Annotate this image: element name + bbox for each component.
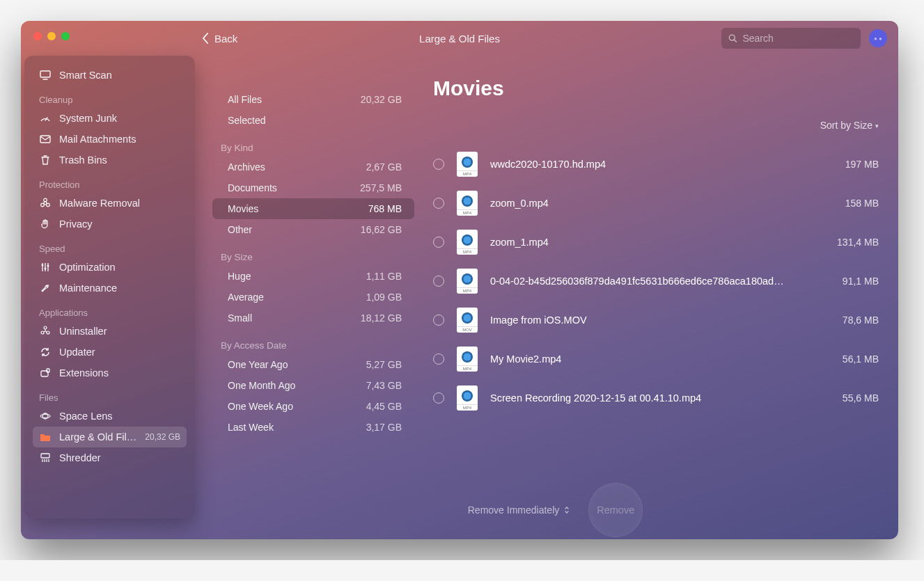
svg-line-1 [734,40,736,42]
sidebar-item-mail-attachments[interactable]: Mail Attachments [33,129,187,150]
file-row[interactable]: MP4Screen Recording 2020-12-15 at 00.41.… [433,379,879,417]
search-input[interactable] [742,33,854,44]
filter-item-last-week[interactable]: Last Week3,17 GB [212,417,414,438]
filter-item-average[interactable]: Average1,09 GB [212,287,414,308]
file-name: wwdc2020-10170.hd.mp4 [490,159,833,170]
sidebar-item-label: Shredder [59,452,101,463]
sliders-icon [39,261,52,273]
refresh-icon [39,346,52,358]
sort-label: Sort by Size [820,120,872,131]
file-row[interactable]: MP4My Movie2.mp456,1 MB [433,340,879,379]
filter-item-one-year[interactable]: One Year Ago5,27 GB [212,354,414,375]
sidebar-item-trash-bins[interactable]: Trash Bins [33,150,187,170]
svg-point-9 [47,203,50,207]
sidebar-item-maintenance[interactable]: Maintenance [33,278,187,299]
svg-point-7 [44,198,47,202]
file-checkbox[interactable] [433,353,444,365]
file-size: 78,6 MB [843,315,879,326]
updown-chevron-icon [563,506,570,514]
file-size: 197 MB [845,159,879,170]
gauge-icon [39,112,52,125]
file-checkbox[interactable] [433,237,444,248]
envelope-icon [39,133,52,145]
search-field[interactable] [721,28,861,49]
filter-item-one-month[interactable]: One Month Ago7,43 GB [212,375,414,396]
sidebar-section-speed: Speed [33,234,187,257]
sidebar-item-system-junk[interactable]: System Junk [33,108,187,129]
sidebar-item-shredder[interactable]: Shredder [33,447,187,468]
sidebar-item-label: Extensions [59,367,109,379]
file-size: 91,1 MB [843,276,879,287]
sidebar-item-badge: 20,32 GB [145,432,180,442]
video-file-icon: MOV [457,308,478,333]
file-size: 131,4 MB [837,237,879,248]
sidebar-item-space-lens[interactable]: Space Lens [33,406,187,427]
remove-mode-selector[interactable]: Remove Immediately [468,504,571,516]
sidebar-item-smart-scan[interactable]: Smart Scan [33,65,187,86]
sidebar-item-large-old-files[interactable]: Large & Old Fil… 20,32 GB [33,427,187,447]
svg-point-15 [47,265,49,267]
filter-item-all-files[interactable]: All Files 20,32 GB [212,89,414,110]
remove-mode-label: Remove Immediately [468,504,560,516]
svg-point-8 [41,203,45,207]
account-avatar[interactable]: ● ● [869,29,887,47]
sidebar-item-uninstaller[interactable]: Uninstaller [33,321,187,342]
svg-point-14 [45,268,47,270]
file-name: zoom_0.mp4 [490,198,833,209]
file-row[interactable]: MOVImage from iOS.MOV78,6 MB [433,301,879,340]
file-checkbox[interactable] [433,315,444,326]
file-name: Screen Recording 2020-12-15 at 00.41.10.… [490,392,830,404]
filter-item-other[interactable]: Other16,62 GB [212,219,414,240]
fullscreen-window-button[interactable] [61,32,70,40]
sort-button[interactable]: Sort by Size ▾ [433,120,879,131]
biohazard-icon [39,197,52,209]
sidebar-item-malware-removal[interactable]: Malware Removal [33,193,187,214]
sidebar: Smart Scan Cleanup System Junk Mail Atta… [24,56,195,518]
svg-point-16 [44,326,47,329]
remove-button[interactable]: Remove [588,483,643,537]
sidebar-item-label: Malware Removal [59,198,140,209]
chevron-left-icon [202,33,209,44]
sidebar-item-extensions[interactable]: Extensions [33,363,187,383]
filter-item-documents[interactable]: Documents257,5 MB [212,177,414,198]
file-row[interactable]: MP4zoom_0.mp4158 MB [433,184,879,223]
file-name: zoom_1.mp4 [490,237,824,248]
svg-rect-23 [41,454,49,458]
close-window-button[interactable] [33,32,42,40]
monitor-icon [39,69,52,81]
filter-item-one-week[interactable]: One Week Ago4,45 GB [212,396,414,417]
sidebar-item-optimization[interactable]: Optimization [33,257,187,278]
file-name: Image from iOS.MOV [490,315,830,326]
file-row[interactable]: MP4wwdc2020-10170.hd.mp4197 MB [433,145,879,184]
file-size: 56,1 MB [843,353,879,365]
sidebar-item-updater[interactable]: Updater [33,342,187,363]
file-row[interactable]: MP40-04-02-b45d256036f879da491fc5631b666… [433,262,879,301]
minimize-window-button[interactable] [47,32,56,40]
file-checkbox[interactable] [433,198,444,209]
video-file-icon: MP4 [457,191,478,216]
file-size: 158 MB [845,198,879,209]
puzzle-icon [39,325,52,337]
back-button[interactable]: Back [202,33,237,45]
file-row[interactable]: MP4zoom_1.mp4131,4 MB [433,223,879,262]
file-name: 0-04-02-b45d256036f879da491fc5631b666ed6… [490,276,830,287]
top-bar: Back Large & Old Files ● ● [21,21,898,56]
file-checkbox[interactable] [433,159,444,170]
filter-item-small[interactable]: Small18,12 GB [212,308,414,328]
sidebar-item-label: Optimization [59,262,116,273]
trash-icon [39,154,52,166]
app-window: Back Large & Old Files ● ● Smart Scan Cl… [21,21,898,539]
file-checkbox[interactable] [433,392,444,404]
video-file-icon: MP4 [457,269,478,294]
filter-item-selected[interactable]: Selected [212,110,414,131]
filter-item-archives[interactable]: Archives2,67 GB [212,157,414,177]
filter-item-movies[interactable]: Movies768 MB [212,198,414,219]
filter-section-by-date: By Access Date [212,328,414,354]
filter-item-huge[interactable]: Huge1,11 GB [212,266,414,287]
folder-icon [39,431,52,443]
sidebar-item-privacy[interactable]: Privacy [33,214,187,234]
filter-section-by-kind: By Kind [212,131,414,157]
sidebar-item-label: Privacy [59,218,93,230]
sidebar-section-protection: Protection [33,170,187,193]
file-checkbox[interactable] [433,276,444,287]
